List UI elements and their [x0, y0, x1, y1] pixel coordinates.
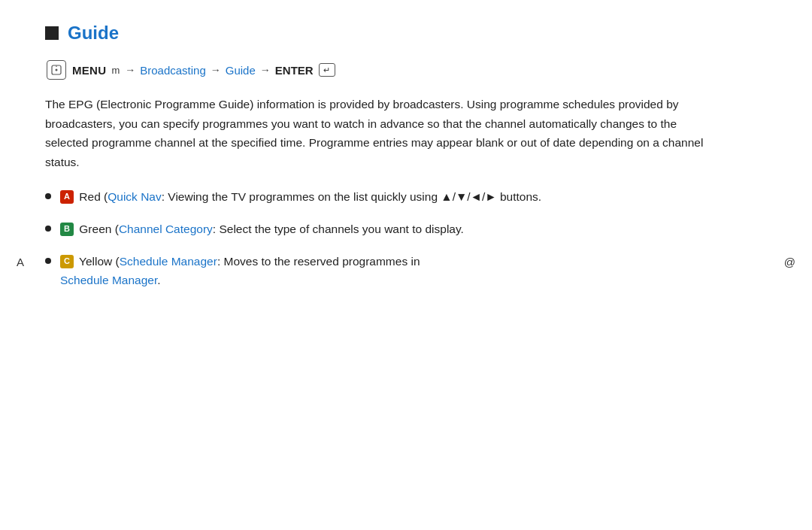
epg-description: The EPG (Electronic Programme Guide) inf… [45, 95, 722, 171]
schedule-manager-link[interactable]: Schedule Manager [120, 255, 217, 268]
guide-link[interactable]: Guide [226, 64, 256, 77]
arrow-1: → [125, 64, 135, 76]
green-key-badge: B [60, 223, 74, 236]
guide-heading-title: Guide [68, 23, 119, 44]
schedule-manager-link-2[interactable]: Schedule Manager [60, 274, 157, 286]
red-key-badge: A [60, 190, 74, 204]
arrow-2: → [211, 64, 221, 76]
broadcasting-link[interactable]: Broadcasting [140, 64, 206, 77]
quick-nav-link[interactable]: Quick Nav [108, 190, 162, 203]
bullet-dot [45, 193, 51, 199]
svg-point-1 [56, 69, 58, 71]
yellow-key-badge: C [60, 255, 74, 268]
list-item: B Green (Channel Category: Select the ty… [45, 220, 722, 239]
channel-category-link[interactable]: Channel Category [119, 223, 213, 235]
bullet-desc-1: : Viewing the TV programmes on the list … [162, 190, 541, 203]
bullet-content-1: A Red (Quick Nav: Viewing the TV program… [60, 188, 722, 207]
bullet-desc-3b: . [157, 274, 160, 286]
list-item: A Red (Quick Nav: Viewing the TV program… [45, 188, 722, 207]
bullet-content-2: B Green (Channel Category: Select the ty… [60, 220, 722, 239]
menu-text: MENU [72, 64, 106, 77]
arrow-3: → [260, 64, 271, 76]
color-label-yellow: Yellow ( [79, 255, 120, 268]
color-label-green: Green ( [79, 223, 119, 235]
bullet-desc-3: : Moves to the reserved programmes in [217, 255, 420, 268]
feature-list: A Red (Quick Nav: Viewing the TV program… [45, 188, 767, 289]
list-item: C Yellow (Schedule Manager: Moves to the… [45, 253, 722, 290]
enter-label: ENTER [275, 64, 314, 77]
page-container: A @ Guide MENU m → Broadcasting → Guide … [0, 0, 812, 530]
margin-at: @ [784, 256, 795, 268]
menu-remote-icon [47, 60, 66, 80]
enter-icon: ↵ [319, 63, 335, 77]
bullet-content-3: C Yellow (Schedule Manager: Moves to the… [60, 253, 722, 290]
guide-heading-icon [45, 26, 59, 40]
bullet-desc-2: : Select the type of channels you want t… [213, 223, 464, 235]
color-label-red: Red ( [79, 190, 108, 203]
guide-heading: Guide [45, 23, 767, 44]
bullet-dot [45, 258, 51, 264]
menu-path: MENU m → Broadcasting → Guide → ENTER ↵ [47, 60, 767, 80]
margin-letter-a: A [17, 256, 24, 268]
bullet-dot [45, 226, 51, 232]
